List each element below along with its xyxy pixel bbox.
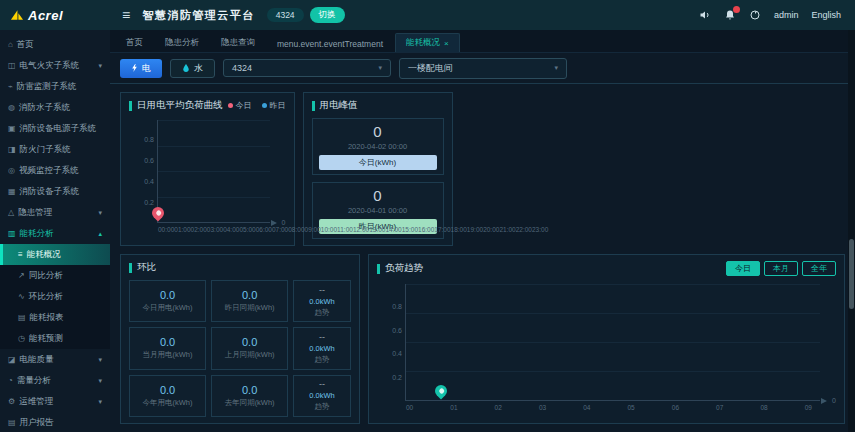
sidebar-item-label: 消防水子系统 bbox=[19, 102, 70, 114]
comparison-cell: -- 0.0kWh 趋势 bbox=[293, 375, 351, 417]
scrollbar-track[interactable] bbox=[848, 30, 855, 432]
sidebar-item[interactable]: ▥ 能耗分析 ▴ bbox=[0, 223, 110, 244]
fire-equipment-power-icon: ▣ bbox=[8, 124, 16, 133]
video-monitor-icon: ◎ bbox=[8, 166, 15, 175]
sidebar-item[interactable]: ◫ 电气火灾子系统 ▾ bbox=[0, 55, 110, 76]
sidebar-item[interactable]: ◎ 视频监控子系统 bbox=[0, 160, 110, 181]
sidebar-item[interactable]: ▤ 用户报告 bbox=[0, 412, 110, 432]
today-marker-pin[interactable] bbox=[432, 383, 449, 400]
x-axis-tick: 17:00 bbox=[434, 226, 450, 233]
tab[interactable]: 隐患分析 bbox=[155, 34, 209, 52]
sidebar-item[interactable]: ↗ 同比分析 bbox=[0, 265, 110, 286]
sidebar-item-label: 消防设备电源子系统 bbox=[20, 123, 97, 135]
speaker-icon[interactable] bbox=[699, 9, 711, 21]
content: 日用电平均负荷曲线 今日 bbox=[110, 84, 855, 432]
scrollbar-thumb[interactable] bbox=[849, 239, 854, 309]
sidebar-item[interactable]: ▦ 消防设备子系统 bbox=[0, 181, 110, 202]
x-axis-tick: 10:00 bbox=[321, 226, 337, 233]
legend-item[interactable]: 今日 bbox=[228, 100, 252, 111]
legend-label: 昨日 bbox=[270, 100, 286, 111]
electric-toggle-button[interactable]: 电 bbox=[120, 59, 162, 78]
x-axis-tick: 05:00 bbox=[239, 226, 255, 233]
x-axis-tick: 01:00 bbox=[174, 226, 190, 233]
fire-water-icon: ◍ bbox=[8, 103, 15, 112]
chevron-icon: ▴ bbox=[98, 230, 102, 238]
tab[interactable]: menu.event.eventTreatment bbox=[267, 36, 393, 52]
close-icon[interactable]: × bbox=[444, 39, 449, 48]
tab[interactable]: 隐患查询 bbox=[211, 34, 265, 52]
y-axis-tick: 0.4 bbox=[392, 350, 402, 357]
sidebar-item[interactable]: ◨ 防火门子系统 bbox=[0, 139, 110, 160]
sidebar-item[interactable]: ◔ 需量分析 ▾ bbox=[0, 370, 110, 391]
range-button[interactable]: 全年 bbox=[802, 261, 836, 276]
energy-report-icon: ▤ bbox=[18, 313, 26, 322]
yoy-analysis-icon: ↗ bbox=[18, 271, 25, 280]
comparison-value: 0.0 bbox=[242, 289, 257, 301]
language-switch[interactable]: English bbox=[811, 10, 841, 20]
comparison-sub-value: 0.0kWh bbox=[309, 344, 334, 353]
comparison-cell: 0.0 今日用电(kWh) bbox=[129, 280, 206, 322]
energy-analysis-icon: ▥ bbox=[8, 229, 16, 238]
bottom-row: 环比 0.0 今日用电(kWh) bbox=[120, 254, 845, 424]
switch-button[interactable]: 切换 bbox=[310, 7, 345, 23]
legend-dot bbox=[228, 103, 233, 108]
sidebar-item[interactable]: ▤ 能耗报表 bbox=[0, 307, 110, 328]
sidebar-item[interactable]: ∿ 环比分析 bbox=[0, 286, 110, 307]
water-toggle-button[interactable]: 水 bbox=[170, 59, 215, 78]
sidebar-item-label: 能耗报表 bbox=[30, 312, 64, 324]
x-axis-tick: 03:00 bbox=[207, 226, 223, 233]
logo-text: Acrel bbox=[28, 8, 63, 23]
x-axis-tick: 09:00 bbox=[305, 226, 321, 233]
chart-legend: 今日 昨日 bbox=[228, 100, 286, 111]
legend-item[interactable]: 昨日 bbox=[262, 100, 286, 111]
y-axis-tick: 0.8 bbox=[144, 136, 154, 143]
bell-icon[interactable] bbox=[724, 9, 736, 21]
comparison-label: 趋势 bbox=[315, 355, 330, 365]
tab[interactable]: 能耗概况 × bbox=[395, 33, 460, 52]
room-select[interactable]: 一楼配电间 ▾ bbox=[399, 58, 567, 79]
comparison-cell: 0.0 去年同期(kWh) bbox=[211, 375, 288, 417]
fire-equipment-icon: ▦ bbox=[8, 187, 16, 196]
sidebar-item[interactable]: ⚙ 运维管理 ▾ bbox=[0, 391, 110, 412]
y-axis-tick: 0.2 bbox=[392, 374, 402, 381]
sidebar-item[interactable]: ≡ 能耗概况 bbox=[0, 244, 110, 265]
x-axis-tick: 07 bbox=[716, 404, 723, 411]
sidebar-item[interactable]: △ 隐患管理 ▾ bbox=[0, 202, 110, 223]
x-axis-tick: 03 bbox=[539, 404, 546, 411]
today-marker-pin[interactable] bbox=[150, 205, 167, 222]
main-area: 首页 隐患分析 隐患查询 menu.event.eventTre bbox=[110, 30, 855, 432]
sidebar-item[interactable]: ◪ 电能质量 ▾ bbox=[0, 349, 110, 370]
comparison-value: 0.0 bbox=[242, 336, 257, 348]
chevron-icon: ▾ bbox=[98, 209, 102, 217]
range-button[interactable]: 本月 bbox=[764, 261, 798, 276]
station-select[interactable]: 4324 ▾ bbox=[223, 59, 391, 77]
x-axis-tick: 21:00 bbox=[499, 226, 515, 233]
tab[interactable]: 首页 bbox=[116, 34, 153, 52]
sidebar-item[interactable]: ▣ 消防设备电源子系统 bbox=[0, 118, 110, 139]
sidebar-item[interactable]: ⌂ 首页 bbox=[0, 34, 110, 55]
comparison-label: 昨日同期(kWh) bbox=[225, 303, 275, 313]
refresh-icon[interactable] bbox=[749, 9, 761, 21]
x-axis: 00010203040506070809 bbox=[406, 404, 812, 411]
sidebar-item[interactable]: ◍ 消防水子系统 bbox=[0, 97, 110, 118]
comparison-value: 0.0 bbox=[160, 384, 175, 396]
menu-toggle-icon[interactable]: ≡ bbox=[122, 7, 130, 23]
chevron-icon: ▾ bbox=[98, 356, 102, 364]
x-axis-tick: 12:00 bbox=[353, 226, 369, 233]
demand-analysis-icon: ◔ bbox=[8, 376, 13, 385]
sidebar-item[interactable]: ⌁ 防雷监测子系统 bbox=[0, 76, 110, 97]
peak-card: 0 2020-04-02 00:00 今日(kWh) bbox=[312, 118, 444, 175]
peak-value: 0 bbox=[373, 123, 381, 140]
room-select-value: 一楼配电间 bbox=[408, 62, 453, 75]
axis-end-label: 0 bbox=[832, 397, 836, 404]
sidebar-item-label: 环比分析 bbox=[29, 291, 63, 303]
x-axis-tick: 08:00 bbox=[288, 226, 304, 233]
y-axis-tick: 0.2 bbox=[144, 199, 154, 206]
comparison-label: 今年用电(kWh) bbox=[143, 398, 193, 408]
user-menu[interactable]: admin bbox=[774, 10, 799, 20]
sidebar-item[interactable]: ◷ 能耗预测 bbox=[0, 328, 110, 349]
chevron-icon: ▾ bbox=[98, 62, 102, 70]
sidebar-item-label: 消防设备子系统 bbox=[20, 186, 80, 198]
energy-overview-icon: ≡ bbox=[18, 250, 23, 259]
range-button[interactable]: 今日 bbox=[726, 261, 760, 276]
